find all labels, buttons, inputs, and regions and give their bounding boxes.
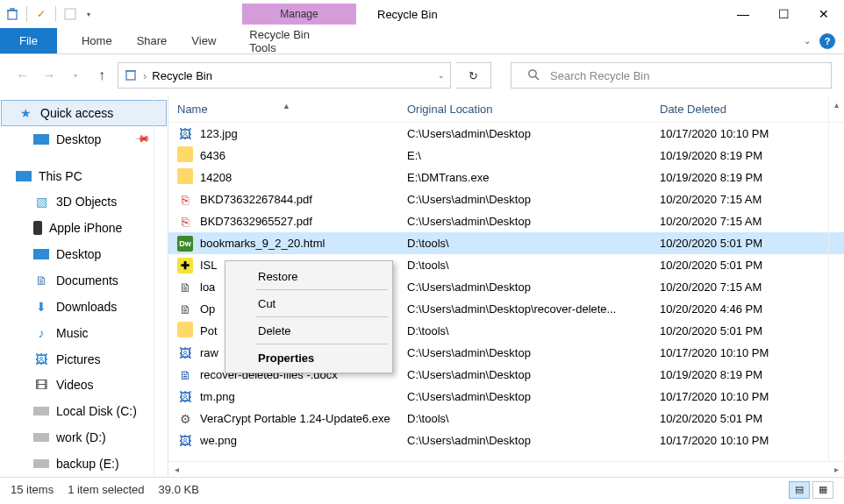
nav-music[interactable]: ♪Music [0,320,168,346]
svg-rect-2 [126,71,135,80]
file-date-deleted: 10/19/2020 8:19 PM [660,368,844,381]
nav-label: Downloads [56,300,117,314]
tab-file[interactable]: File [0,28,57,53]
scroll-right-icon[interactable]: ▸ [828,465,844,474]
file-row[interactable]: ⎘BKD73632267844.pdfC:\Users\admin\Deskto… [168,188,844,210]
nav-apple-iphone[interactable]: Apple iPhone [0,215,168,241]
file-row[interactable]: ⚙VeraCrypt Portable 1.24-Update6.exeD:\t… [168,408,844,429]
separator [256,344,388,344]
refresh-button[interactable]: ↻ [456,62,491,89]
ctx-delete[interactable]: Delete [228,318,390,343]
file-row[interactable]: 🖼tm.pngC:\Users\admin\Desktop10/17/2020 … [168,386,844,408]
drive-icon [33,459,49,468]
nav-this-pc[interactable]: This PC [0,163,168,189]
back-button[interactable]: ← [12,65,33,86]
drive-icon [33,433,49,442]
properties-icon[interactable]: ✓ [32,5,50,23]
tab-share[interactable]: Share [125,28,180,53]
ribbon-collapse-icon[interactable]: ⌄ [804,36,811,46]
file-row[interactable]: 🖼123.jpgC:\Users\admin\Desktop10/17/2020… [168,123,844,145]
file-original-location: C:\Users\admin\Desktop [407,390,660,403]
nav-3d-objects[interactable]: ▧3D Objects [0,189,168,216]
file-original-location: D:\tools\ [407,259,660,272]
pictures-icon: 🖼 [33,352,49,366]
file-original-location: C:\Users\admin\Desktop [407,346,660,359]
tab-recycle-bin-tools[interactable]: Recycle Bin Tools [237,28,351,53]
file-row[interactable]: ⎘BKD73632965527.pdfC:\Users\admin\Deskto… [168,210,844,232]
file-original-location: D:\tools\ [407,237,660,250]
file-icon: 🗎 [177,302,193,317]
search-box[interactable]: Search Recycle Bin [511,62,832,89]
file-icon: 🖼 [177,389,193,405]
file-row[interactable]: 🖼we.pngC:\Users\admin\Desktop10/17/2020 … [168,429,844,451]
qat-dropdown-icon[interactable]: ▾ [84,11,93,18]
status-bar: 15 items 1 item selected 39.0 KB ▤ ▦ [0,477,844,501]
file-row[interactable]: 6436E:\10/19/2020 8:19 PM [168,145,844,167]
nav-desktop[interactable]: Desktop [0,241,168,267]
scroll-left-icon[interactable]: ◂ [168,465,184,474]
file-date-deleted: 10/20/2020 7:15 AM [660,215,844,228]
body: ★ Quick access Desktop 📌 This PC ▧3D Obj… [0,96,844,477]
forward-button[interactable]: → [39,65,60,86]
nav-label: backup (E:) [56,457,119,471]
nav-local-disk-c[interactable]: Local Disk (C:) [0,398,168,424]
col-name[interactable]: Name ▲ [168,103,407,116]
file-date-deleted: 10/20/2020 5:01 PM [660,237,844,250]
nav-quick-desktop[interactable]: Desktop 📌 [0,126,168,153]
file-original-location: D:\tools\ [407,324,660,337]
nav-label: This PC [39,169,82,183]
sort-ascending-icon: ▲ [283,102,290,110]
history-dropdown[interactable]: ▾ [65,65,86,86]
file-name: loa [200,280,215,294]
qat-blank[interactable] [61,5,79,23]
file-name: 14208 [200,171,232,184]
context-tab-label: Manage [242,4,356,25]
maximize-button[interactable]: ☐ [763,0,804,28]
large-icons-view-button[interactable]: ▦ [812,481,833,499]
file-row[interactable]: Dwbookmarks_9_2_20.htmlD:\tools\10/20/20… [168,232,844,254]
col-date-deleted[interactable]: Date Deleted [660,103,844,116]
scroll-up-icon[interactable]: ▴ [829,96,844,112]
nav-documents[interactable]: 🗎Documents [0,267,168,294]
details-view-button[interactable]: ▤ [789,481,810,499]
nav-backup-e[interactable]: backup (E:) [0,451,168,477]
nav-downloads[interactable]: ⬇Downloads [0,294,168,320]
phone-icon [33,221,42,235]
nav-quick-access[interactable]: ★ Quick access [1,100,167,126]
nav-videos[interactable]: 🎞Videos [0,373,168,399]
tab-home[interactable]: Home [69,28,125,53]
window-title: Recycle Bin [377,8,438,21]
address-dropdown-icon[interactable]: ⌄ [438,71,445,80]
file-date-deleted: 10/19/2020 8:19 PM [660,149,844,162]
file-row[interactable]: 14208E:\DMTrans.exe10/19/2020 8:19 PM [168,167,844,188]
file-original-location: C:\Users\admin\Desktop\recover-delete... [407,302,660,316]
tab-view[interactable]: View [179,28,228,53]
recycle-bin-icon[interactable] [4,5,21,23]
close-button[interactable]: ✕ [804,0,844,28]
drive-icon [33,407,49,415]
file-original-location: E:\ [407,149,660,162]
music-icon: ♪ [33,326,49,340]
svg-point-3 [529,69,536,76]
up-button[interactable]: ↑ [91,65,112,86]
svg-rect-1 [65,9,75,19]
separator [256,289,388,290]
help-button[interactable]: ? [819,33,835,49]
column-headers: Name ▲ Original Location Date Deleted [168,96,844,123]
ctx-properties[interactable]: Properties [228,345,390,370]
horizontal-scrollbar[interactable]: ◂ ▸ [168,461,844,477]
nav-scrollbar[interactable] [154,96,168,477]
col-original-location[interactable]: Original Location [407,103,660,116]
col-name-label: Name [177,103,208,116]
status-item-count: 15 items [11,483,54,496]
desktop-icon [33,249,49,259]
vertical-scrollbar[interactable]: ▴ [828,96,844,461]
address-bar[interactable]: › Recycle Bin ⌄ [118,62,451,89]
file-icon: 🖼 [177,433,193,449]
nav-work-d[interactable]: work (D:) [0,424,168,451]
minimize-button[interactable]: — [723,0,763,28]
nav-pictures[interactable]: 🖼Pictures [0,346,168,373]
ctx-cut[interactable]: Cut [228,291,390,316]
file-name: BKD73632965527.pdf [200,215,312,228]
ctx-restore[interactable]: Restore [228,264,390,288]
